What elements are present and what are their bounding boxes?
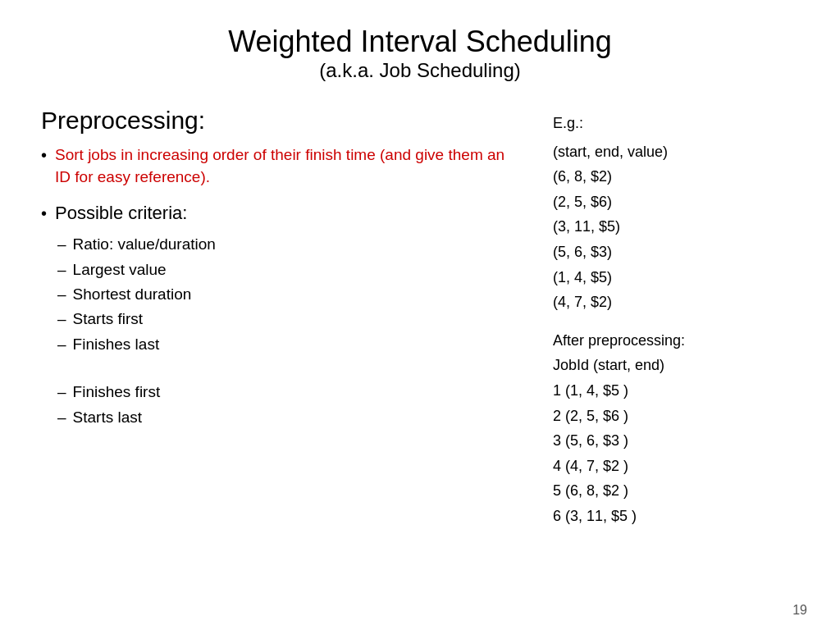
list-item: –Largest value [57,258,520,282]
criteria-list-2: –Finishes first –Starts last [57,380,520,430]
after-row-3: 3 (5, 6, $3 ) [553,428,799,454]
after-row-2: 2 (2, 5, $6 ) [553,404,799,429]
dash-icon: – [57,307,66,331]
content-area: Preprocessing: • Sort jobs in increasing… [41,107,799,529]
right-panel: E.g.: (start, end, value) (6, 8, $2) (2,… [553,107,799,529]
list-item: –Finishes first [57,380,520,404]
page-number: 19 [792,603,807,618]
after-row-6: 6 (3, 11, $5 ) [553,504,799,529]
criteria-item-2: Largest value [73,258,167,282]
dash-icon: – [57,232,66,257]
eg-label-text: E.g.: [553,115,583,131]
list-item: –Starts last [57,405,520,430]
dash-icon: – [57,282,66,307]
after-header: JobId (start, end) [553,353,799,378]
main-title: Weighted Interval Scheduling [41,25,799,59]
eg-row-4: (5, 6, $3) [553,240,799,265]
eg-row-3: (3, 11, $5) [553,214,799,240]
eg-row-6: (4, 7, $2) [553,290,799,315]
title-area: Weighted Interval Scheduling (a.k.a. Job… [41,25,799,82]
dash-icon: – [57,332,66,357]
after-row-4: 4 (4, 7, $2 ) [553,454,799,479]
criteria-heading: Possible criteria: [55,203,187,224]
criteria-item-7: Starts last [73,405,142,430]
sub-title: (a.k.a. Job Scheduling) [41,59,799,82]
criteria-list-1: –Ratio: value/duration –Largest value –S… [57,232,520,357]
eg-label: E.g.: [553,111,799,136]
dash-icon: – [57,405,66,430]
criteria-item-1: Ratio: value/duration [73,232,216,257]
criteria-item-4: Starts first [73,307,144,331]
after-row-5: 5 (6, 8, $2 ) [553,478,799,504]
sort-bullet-text: Sort jobs in increasing order of their f… [55,144,520,188]
criteria-item-6: Finishes first [73,380,161,404]
after-label: After preprocessing: [553,328,799,354]
after-row-1: 1 (1, 4, $5 ) [553,378,799,404]
criteria-dot: • [41,204,47,223]
list-item: –Starts first [57,307,520,331]
preprocessing-heading: Preprocessing: [41,107,520,135]
dash-icon: – [57,258,66,282]
list-item: –Ratio: value/duration [57,232,520,257]
eg-row-5: (1, 4, $5) [553,265,799,290]
eg-header: (start, end, value) [553,139,799,165]
list-item: –Finishes last [57,332,520,357]
eg-row-2: (2, 5, $6) [553,189,799,215]
after-section: After preprocessing: JobId (start, end) … [553,328,799,529]
criteria-bullet: • Possible criteria: [41,203,520,224]
list-item: –Shortest duration [57,282,520,307]
sort-bullet: • Sort jobs in increasing order of their… [41,144,520,188]
slide: Weighted Interval Scheduling (a.k.a. Job… [0,0,840,630]
eg-row-1: (6, 8, $2) [553,164,799,189]
criteria-item-5: Finishes last [73,332,160,357]
dash-icon: – [57,380,66,404]
bullet-dot: • [41,146,47,165]
criteria-item-3: Shortest duration [73,282,192,307]
left-panel: Preprocessing: • Sort jobs in increasing… [41,107,536,529]
